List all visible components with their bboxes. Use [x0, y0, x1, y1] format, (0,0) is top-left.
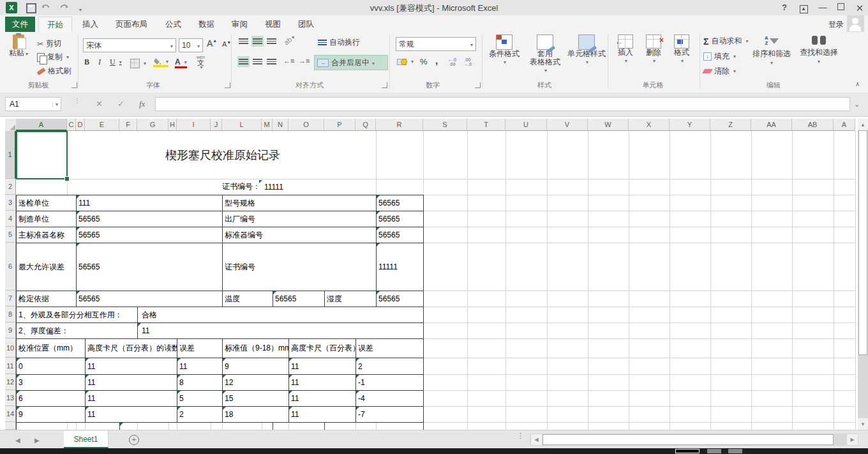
cell-r10c3[interactable]: 误差 — [177, 338, 223, 358]
clipboard-dialog-launcher[interactable] — [71, 82, 77, 88]
cell-r6c3[interactable]: 证书编号 — [222, 243, 377, 291]
format-as-table-button[interactable]: 套用表格格式 — [526, 34, 564, 75]
cell-r11c5[interactable]: 11 — [288, 358, 356, 375]
column-header[interactable]: Z — [710, 119, 751, 131]
row-header[interactable]: 6 — [5, 243, 16, 291]
ribbon-options-icon[interactable]: ▲ — [797, 3, 811, 13]
conditional-formatting-button[interactable]: 条件格式 — [486, 34, 522, 66]
row-header[interactable]: 1 — [5, 131, 16, 179]
cell-title[interactable]: 楔形塞尺校准原始记录 — [67, 131, 377, 179]
cell-r14c2[interactable]: 11 — [85, 406, 177, 423]
cell-r6c4[interactable]: 11111 — [376, 243, 424, 291]
row-header[interactable]: 9 — [5, 322, 16, 338]
close-icon[interactable]: ✕ — [853, 3, 867, 14]
collapse-ribbon-icon[interactable]: ∧ — [855, 80, 860, 87]
column-header[interactable]: P — [324, 119, 355, 131]
accounting-format-button[interactable] — [397, 57, 414, 65]
cell-r3c4[interactable]: 56565 — [376, 195, 424, 211]
cell-r3c1[interactable]: 送检单位 — [16, 195, 77, 211]
row-header[interactable]: 5 — [5, 227, 16, 243]
tab-insert[interactable]: 插入 — [74, 17, 107, 32]
fill-color-button[interactable] — [153, 57, 168, 67]
help-icon[interactable]: ? — [777, 3, 791, 12]
column-header[interactable]: J — [211, 119, 222, 131]
cell-r10c1[interactable]: 校准位置（mm） — [16, 338, 86, 358]
cell-r14c6[interactable]: -7 — [355, 406, 424, 423]
cancel-entry-icon[interactable]: ✕ — [96, 99, 103, 109]
merge-center-button[interactable]: ↔合并后居中 — [314, 55, 388, 70]
horizontal-scrollbar-thumb[interactable] — [542, 434, 834, 445]
select-all-corner[interactable] — [5, 119, 17, 132]
quick-access-dropdown-icon[interactable] — [79, 4, 82, 13]
increase-decimal-icon[interactable]: ←.0.00 — [448, 57, 456, 66]
column-header[interactable]: M — [262, 119, 273, 131]
column-header[interactable]: C — [67, 119, 76, 131]
orientation-icon[interactable]: ab — [282, 33, 296, 47]
cell-r12c6[interactable]: -1 — [355, 374, 424, 391]
avatar[interactable] — [847, 15, 864, 32]
align-center-icon[interactable] — [251, 56, 264, 67]
column-header[interactable]: Y — [670, 119, 710, 131]
tab-page-layout[interactable]: 页面布局 — [107, 17, 156, 32]
tab-review[interactable]: 审阅 — [223, 17, 256, 32]
font-size-select[interactable]: 10 — [179, 38, 203, 52]
row-header[interactable]: 11 — [5, 358, 16, 374]
cell-r10c4[interactable]: 标准值（9-18）mm — [222, 338, 289, 358]
font-color-button[interactable]: A — [175, 57, 187, 68]
tab-file[interactable]: 文件 — [5, 17, 35, 32]
column-header[interactable]: L — [222, 119, 262, 131]
next-sheet-icon[interactable]: ▶ — [34, 437, 40, 444]
save-icon[interactable] — [26, 3, 36, 13]
cell-r3c3[interactable]: 型号规格 — [222, 195, 377, 211]
cell-r7c4[interactable]: 56565 — [273, 291, 325, 307]
row-header[interactable]: 10 — [5, 338, 16, 358]
cell-r14c5[interactable]: 11 — [288, 406, 356, 423]
sort-filter-button[interactable]: AZ 排序和筛选 — [751, 36, 793, 67]
formula-input[interactable] — [155, 97, 850, 111]
column-header[interactable]: AA — [751, 119, 792, 131]
row-header[interactable]: 2 — [5, 179, 16, 195]
font-dialog-launcher[interactable] — [225, 82, 230, 88]
column-header[interactable]: T — [467, 119, 505, 131]
cell-r4c2[interactable]: 56565 — [76, 211, 223, 227]
cell-r5c4[interactable]: 56565 — [376, 227, 424, 243]
new-sheet-icon[interactable]: + — [129, 435, 139, 445]
column-header[interactable]: D — [76, 119, 85, 131]
align-middle-icon[interactable] — [251, 36, 264, 47]
column-header[interactable]: AB — [792, 119, 834, 131]
row-header[interactable]: 4 — [5, 211, 16, 227]
column-header[interactable]: A — [16, 119, 67, 131]
copy-button[interactable]: 复制 — [37, 52, 69, 63]
row-header[interactable]: 13 — [5, 390, 16, 406]
cell-r7c1[interactable]: 检定依据 — [16, 291, 77, 307]
column-header[interactable]: N — [273, 119, 288, 131]
scroll-right-icon[interactable]: ▶ — [847, 434, 858, 445]
cell-r11c4[interactable]: 9 — [222, 358, 289, 375]
cell-r12c5[interactable]: 11 — [288, 374, 356, 391]
row-header[interactable] — [5, 422, 16, 430]
row-header[interactable]: 3 — [5, 195, 16, 211]
column-header[interactable]: R — [376, 119, 423, 131]
tab-scrollbar-splitter[interactable]: ⋮ — [517, 434, 524, 437]
tab-formulas[interactable]: 公式 — [157, 17, 190, 32]
expand-formula-bar-icon[interactable]: ⌄ — [854, 100, 860, 109]
tab-data[interactable]: 数据 — [190, 17, 223, 32]
view-page-layout-icon[interactable] — [707, 449, 721, 453]
formula-bar-splitter[interactable]: ⋮ — [74, 99, 80, 102]
decrease-indent-icon[interactable]: ←≡ — [283, 57, 294, 64]
alignment-dialog-launcher[interactable] — [382, 82, 387, 88]
cell-r11c3[interactable]: 11 — [177, 358, 223, 375]
tab-home[interactable]: 开始 — [38, 17, 72, 33]
cell-r12c2[interactable]: 11 — [85, 374, 177, 391]
cell-r14c1[interactable]: 9 — [16, 406, 86, 423]
sheet-tab-sheet1[interactable]: Sheet1 — [64, 431, 108, 448]
confirm-entry-icon[interactable]: ✓ — [117, 99, 124, 109]
view-normal-icon[interactable] — [675, 449, 700, 453]
grow-font-icon[interactable]: A▲ — [207, 38, 217, 49]
prev-sheet-icon[interactable]: ◀ — [15, 437, 20, 444]
cell-r12c1[interactable]: 3 — [16, 374, 86, 391]
format-painter-button[interactable]: 格式刷 — [37, 66, 71, 77]
phonetic-button[interactable]: wén文 — [197, 55, 205, 70]
comma-button[interactable]: , — [435, 55, 438, 66]
number-format-select[interactable]: 常规 — [396, 37, 476, 51]
